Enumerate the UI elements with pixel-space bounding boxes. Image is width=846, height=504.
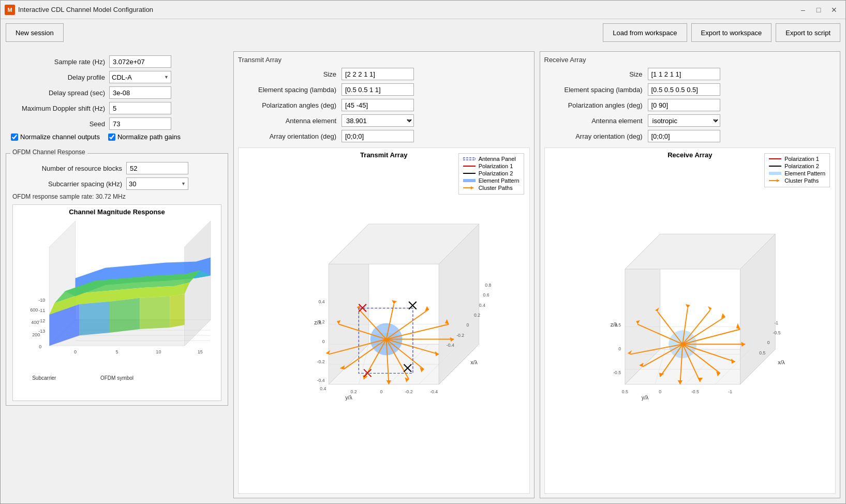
tx-polarization-input[interactable]: [342, 99, 414, 111]
ofdm-group-box: OFDM Channel Response Number of resource…: [6, 153, 228, 406]
num-resource-blocks-label: Number of resource blocks: [12, 165, 126, 172]
subcarrier-spacing-select[interactable]: 30 15 60 120: [126, 177, 188, 190]
svg-text:0.5: 0.5: [759, 350, 765, 355]
normalize-path-label[interactable]: Normalize path gains: [108, 133, 181, 141]
tx-size-label: Size: [238, 70, 342, 78]
svg-text:5: 5: [115, 349, 118, 354]
rx-orientation-label: Array orientation (deg): [544, 132, 648, 140]
svg-line-131: [682, 317, 725, 344]
export-script-button[interactable]: Export to script: [776, 23, 840, 42]
normalize-path-text: Normalize path gains: [117, 133, 181, 141]
load-workspace-button[interactable]: Load from workspace: [603, 23, 687, 42]
svg-marker-17: [140, 297, 170, 329]
svg-text:0.2: 0.2: [318, 319, 324, 324]
rx-size-label: Size: [544, 70, 648, 78]
svg-text:0: 0: [659, 389, 661, 394]
close-button[interactable]: ✕: [827, 3, 841, 17]
svg-text:x/λ: x/λ: [778, 359, 785, 365]
checkbox-row: Normalize channel outputs Normalize path…: [11, 133, 228, 141]
tx-element-spacing-row: Element spacing (lambda): [238, 83, 530, 96]
tx-orientation-input[interactable]: [342, 130, 414, 142]
tx-antenna-select[interactable]: 38.901 isotropic: [342, 114, 414, 127]
top-toolbar: New session Load from workspace Export t…: [1, 19, 845, 46]
svg-text:600: 600: [30, 307, 38, 313]
minimize-button[interactable]: –: [796, 3, 810, 17]
svg-text:0.6: 0.6: [483, 292, 489, 298]
svg-text:0.2: 0.2: [351, 389, 357, 394]
rx-size-row: Size: [544, 68, 836, 80]
rx-polarization-row: Polarization angles (deg): [544, 99, 836, 111]
svg-text:0.5: 0.5: [621, 389, 628, 394]
export-workspace-button[interactable]: Export to workspace: [691, 23, 772, 42]
rx-legend-pol1: Polarization 1: [769, 156, 825, 162]
svg-text:-0.2: -0.2: [405, 389, 413, 394]
svg-text:15: 15: [198, 349, 203, 354]
sample-rate-input[interactable]: [109, 55, 171, 68]
svg-text:0: 0: [767, 340, 769, 345]
seed-input[interactable]: [109, 117, 171, 130]
svg-marker-88: [392, 300, 397, 304]
svg-rect-161: [769, 172, 781, 175]
subcarrier-spacing-label: Subcarrier spacing (kHz): [12, 180, 126, 188]
svg-text:-11: -11: [38, 308, 45, 313]
tx-polarization-label: Polarization angles (deg): [238, 101, 342, 109]
new-session-button[interactable]: New session: [6, 23, 64, 42]
delay-profile-label: Delay profile: [6, 73, 109, 81]
seed-label: Seed: [6, 120, 109, 128]
panels-row: Transmit Array Size Element spacing (lam…: [233, 51, 840, 498]
num-resource-blocks-input[interactable]: [126, 162, 188, 174]
delay-profile-select-wrapper: CDL-A CDL-B CDL-C CDL-D CDL-E: [109, 71, 171, 83]
tx-antenna-label: Antenna element: [238, 117, 342, 125]
normalize-channel-checkbox[interactable]: [11, 134, 18, 141]
delay-profile-row: Delay profile CDL-A CDL-B CDL-C CDL-D CD…: [6, 71, 228, 83]
svg-text:0.4: 0.4: [320, 386, 326, 391]
svg-marker-157: [686, 304, 690, 308]
tx-legend-antenna-panel-text: Antenna Panel: [479, 156, 516, 162]
svg-marker-103: [471, 186, 473, 189]
svg-marker-163: [777, 179, 779, 182]
svg-text:-0.2: -0.2: [317, 359, 325, 364]
tx-legend-pol2-text: Polarization 2: [479, 170, 513, 176]
num-resource-blocks-row: Number of resource blocks: [12, 162, 221, 174]
max-doppler-input[interactable]: [109, 102, 171, 114]
subcarrier-spacing-select-wrapper: 30 15 60 120: [126, 177, 188, 190]
tx-antenna-row: Antenna element 38.901 isotropic: [238, 114, 530, 127]
chart-svg: Magnitude (dB) OFDM symbol Subcarrier: [13, 216, 221, 382]
app-icon: M: [5, 5, 15, 15]
svg-text:0: 0: [39, 344, 41, 349]
main-window: M Interactive CDL Channel Model Configur…: [0, 0, 846, 504]
rx-legend: Polarization 1 Polarization 2 Element Pa…: [764, 153, 830, 187]
svg-marker-15: [80, 302, 110, 335]
left-panel: Sample rate (Hz) Delay profile CDL-A CDL…: [6, 51, 228, 498]
rx-legend-cluster-paths-text: Cluster Paths: [784, 177, 819, 184]
tx-legend-cluster-paths: Cluster Paths: [463, 185, 520, 191]
window-title: Interactive CDL Channel Model Configurat…: [18, 6, 796, 13]
rx-size-input[interactable]: [648, 68, 720, 80]
tx-size-input[interactable]: [342, 68, 414, 80]
tx-legend-cluster-paths-text: Cluster Paths: [479, 185, 513, 191]
maximize-button[interactable]: □: [811, 3, 826, 17]
rx-antenna-row: Antenna element isotropic 38.901: [544, 114, 836, 127]
normalize-channel-label[interactable]: Normalize channel outputs: [11, 133, 100, 141]
chart-title: Channel Magnitude Response: [13, 205, 221, 216]
rx-orientation-input[interactable]: [648, 130, 720, 142]
rx-element-spacing-label: Element spacing (lambda): [544, 86, 648, 94]
svg-text:0: 0: [380, 389, 382, 394]
main-content: Sample rate (Hz) Delay profile CDL-A CDL…: [1, 46, 845, 503]
rx-antenna-select[interactable]: isotropic 38.901: [648, 114, 720, 127]
rx-element-spacing-row: Element spacing (lambda): [544, 83, 836, 96]
rx-polarization-input[interactable]: [648, 99, 720, 111]
tx-legend-antenna-panel: Antenna Panel: [463, 156, 520, 162]
svg-text:y/λ: y/λ: [641, 394, 648, 401]
svg-marker-16: [110, 298, 140, 333]
normalize-path-checkbox[interactable]: [108, 134, 115, 141]
rx-element-spacing-input[interactable]: [648, 83, 720, 96]
svg-text:-12: -12: [38, 318, 45, 323]
tx-element-spacing-input[interactable]: [342, 83, 414, 96]
delay-profile-select[interactable]: CDL-A CDL-B CDL-C CDL-D CDL-E: [109, 71, 171, 83]
normalize-channel-text: Normalize channel outputs: [20, 133, 100, 141]
rx-legend-pol1-text: Polarization 1: [784, 156, 819, 162]
rx-legend-pol2-text: Polarization 2: [784, 163, 819, 169]
rx-legend-cluster-paths: Cluster Paths: [769, 177, 825, 184]
delay-spread-input[interactable]: [109, 86, 171, 99]
